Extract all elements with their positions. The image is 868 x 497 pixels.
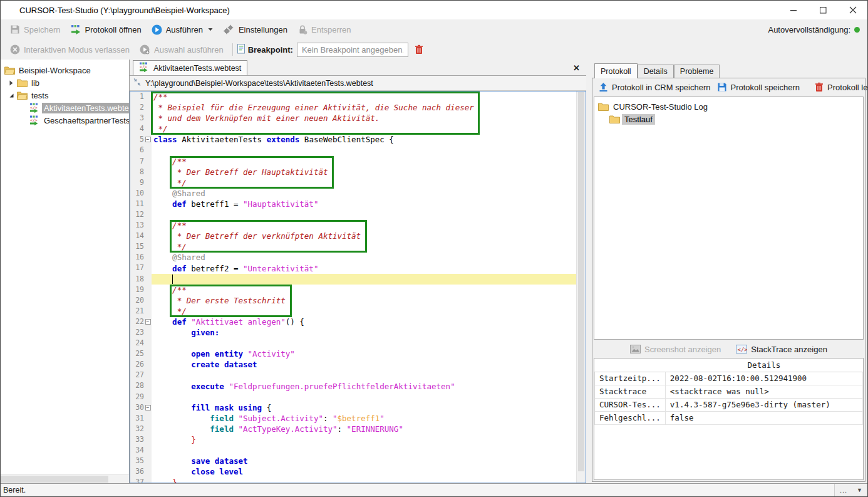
code-text: * Der Betreff der verknüfpten Aktivität	[152, 231, 586, 241]
collapse-editor-icon[interactable]	[133, 78, 141, 88]
protokoll-leeren-button[interactable]: Protokoll leeren	[812, 80, 868, 94]
code-line-30[interactable]: 30− fill mask using {	[130, 402, 586, 413]
code-line-31[interactable]: 31 field "Subject.Activity": "$betreff1"	[130, 413, 586, 424]
code-line-13[interactable]: 13 /**	[130, 220, 586, 231]
code-line-3[interactable]: 3 * und dem Verknüpfen mit einer neuen A…	[130, 113, 586, 123]
details-value: false	[665, 411, 862, 424]
code-line-19[interactable]: 19 /**	[130, 285, 586, 295]
folder-open-icon	[17, 91, 29, 100]
code-line-20[interactable]: 20 * Der erste Testschritt	[130, 295, 586, 306]
code-editor[interactable]: 1/**2 * Beispiel für die Erzeugung einer…	[130, 91, 586, 483]
code-line-14[interactable]: 14 * Der Betreff der verknüfpten Aktivit…	[130, 231, 586, 241]
code-text: /**	[152, 220, 586, 231]
code-line-10[interactable]: 10 @Shared	[130, 188, 586, 199]
scrollbar-thumb[interactable]	[1, 476, 108, 483]
tree-item-tests[interactable]: tests	[1, 89, 129, 102]
tree-item-aktivitaetentests-webtest[interactable]: </>AktivitaetenTests.webtest	[1, 102, 129, 114]
clear-breakpoint-button[interactable]	[415, 44, 423, 55]
fold-toggle-icon[interactable]: −	[145, 405, 151, 411]
code-line-15[interactable]: 15 */	[130, 241, 586, 252]
main-toolbar-buttons: SpeichernProtokoll öffnenAusführenEinste…	[6, 23, 356, 37]
details-row[interactable]: Stacktrace<stacktrace was null>	[595, 385, 863, 398]
tree-item-testlauf[interactable]: Testlauf	[594, 113, 863, 125]
collapse-arrow-icon[interactable]	[6, 93, 17, 98]
editor-vertical-scrollbar[interactable]	[576, 92, 586, 483]
code-line-32[interactable]: 32 field "ActTypeKey.Activity": "ERINNER…	[130, 424, 586, 434]
minimize-button[interactable]	[779, 1, 809, 19]
code-line-23[interactable]: 23 given:	[130, 327, 586, 338]
code-line-2[interactable]: 2 * Beispiel für die Erzeugung einer Akt…	[130, 102, 586, 113]
code-line-33[interactable]: 33 }	[130, 434, 586, 445]
details-table-wrap: DetailsStartzeitp...2022-08-02T16:10:00.…	[594, 358, 864, 480]
tree-item-geschaeftspartnertests-we[interactable]: </>GeschaeftspartnerTests.we	[1, 114, 129, 127]
code-line-4[interactable]: 4 */	[130, 123, 586, 134]
code-line-36[interactable]: 36 close level	[130, 466, 586, 477]
code-line-25[interactable]: 25 open entity "Activity"	[130, 348, 586, 359]
entsperren-button[interactable]: Entsperren	[293, 23, 356, 36]
code-line-8[interactable]: 8 * Der Betreff der Hauptaktivität	[130, 167, 586, 177]
button-label: Protokoll speichern	[731, 83, 800, 92]
code-line-9[interactable]: 9 */	[130, 177, 586, 188]
code-line-1[interactable]: 1/**	[130, 92, 586, 102]
code-text: */	[152, 306, 586, 317]
auswahl-ausfuehren-button[interactable]: Auswahl ausführen	[135, 43, 228, 56]
code-line-37[interactable]: 37 }	[130, 477, 586, 483]
code-line-27[interactable]: 27	[130, 370, 586, 380]
speichern-button[interactable]: Speichern	[6, 23, 65, 36]
protokoll-oeffnen-button[interactable]: Protokoll öffnen	[66, 23, 146, 36]
code-line-12[interactable]: 12	[130, 209, 586, 220]
gutter: 2	[130, 102, 152, 113]
interaktiven-modus-verlassen-button[interactable]: Interaktiven Modus verlassen	[6, 43, 134, 56]
code-line-22[interactable]: 22− def "Aktitivaet anlegen"() {	[130, 317, 586, 327]
tree-item-beispiel-workspace[interactable]: Beispiel-Workspace	[1, 64, 129, 76]
code-line-11[interactable]: 11 def betreff1 = "Hauptaktivität"	[130, 199, 586, 209]
code-text: open entity "Activity"	[152, 348, 586, 359]
editor-tab[interactable]: </> AktivitaetenTests.webtest	[133, 60, 247, 75]
protokoll-speichern-button[interactable]: Protokoll speichern	[714, 80, 803, 94]
code-line-35[interactable]: 35 save dataset	[130, 456, 586, 466]
code-line-5[interactable]: 5−class AktivitaetenTests extends BaseWe…	[130, 134, 586, 145]
chevron-down-icon[interactable]	[208, 28, 213, 31]
details-row[interactable]: Fehlgeschl...false	[595, 411, 863, 424]
tab-details[interactable]: Details	[638, 65, 674, 78]
code-line-16[interactable]: 16 @Shared	[130, 252, 586, 263]
details-row[interactable]: Startzeitp...2022-08-02T16:10:00.5129419…	[595, 372, 863, 385]
scrollbar-thumb[interactable]	[578, 92, 584, 471]
code-text: def "Aktitivaet anlegen"() {	[152, 317, 586, 327]
close-tab-button[interactable]: ✕	[573, 64, 580, 72]
code-line-28[interactable]: 28 execute "Feldpruefungen.pruefePflicht…	[130, 381, 586, 392]
code-line-18[interactable]: 18	[130, 274, 586, 285]
tab-protokoll[interactable]: Protokoll	[594, 63, 638, 78]
code-line-17[interactable]: 17 def betreff2 = "Unteraktivität"	[130, 263, 586, 274]
sidebar-horizontal-scrollbar[interactable]	[1, 474, 129, 483]
screenshot-anzeigen-button[interactable]: Screenshot anzeigen	[626, 343, 725, 356]
gutter: 25	[130, 348, 152, 359]
code-line-34[interactable]: 34	[130, 445, 586, 456]
image-icon	[630, 345, 641, 353]
expand-arrow-icon[interactable]	[6, 80, 17, 86]
tab-probleme[interactable]: Probleme	[674, 65, 720, 78]
code-line-7[interactable]: 7 /**	[130, 156, 586, 167]
close-button[interactable]	[838, 1, 867, 19]
fold-toggle-icon[interactable]: −	[145, 319, 151, 325]
code-line-29[interactable]: 29	[130, 392, 586, 402]
einstellungen-button[interactable]: Einstellungen	[219, 23, 292, 36]
code-line-21[interactable]: 21 */	[130, 306, 586, 317]
fold-toggle-icon[interactable]: −	[145, 137, 151, 142]
gutter: 21	[130, 306, 152, 317]
code-line-6[interactable]: 6	[130, 145, 586, 155]
details-row[interactable]: CURSOR-Tes...v1.4.3-587-g75e96e3-dirty (…	[595, 398, 863, 411]
tree-item-lib[interactable]: lib	[1, 76, 129, 89]
code-line-26[interactable]: 26 create dataset	[130, 359, 586, 370]
code-line-24[interactable]: 24	[130, 338, 586, 348]
line-number: 27	[135, 370, 144, 380]
ausfuehren-button[interactable]: Ausführen	[147, 23, 217, 37]
status-expand-icon[interactable]: ▼	[857, 487, 862, 493]
protokoll-in-crm-speichern-button[interactable]: Protokoll in CRM speichern	[596, 81, 714, 94]
maximize-button[interactable]	[809, 1, 838, 19]
stacktrace-anzeigen-button[interactable]: </>StackTrace anzeigen	[731, 343, 832, 356]
code-text: }	[152, 477, 586, 483]
breakpoint-input[interactable]	[297, 43, 408, 57]
line-number: 34	[135, 445, 144, 456]
tree-item-cursor-test-studio-log[interactable]: CURSOR-Test-Studio Log	[594, 100, 863, 113]
